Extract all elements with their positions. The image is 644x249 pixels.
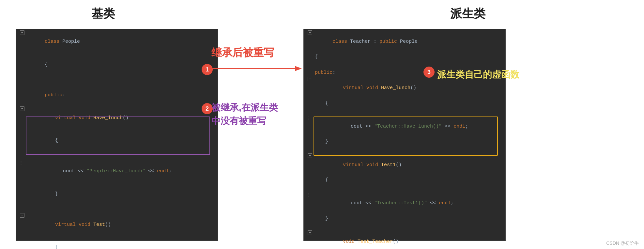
right-code-panel: − class Teacher : public People { public… xyxy=(303,29,506,241)
gutter-minus-5: − xyxy=(19,213,26,218)
code-line-test: virtual void Test() xyxy=(26,213,215,236)
right-gutter-minus-4: − xyxy=(306,77,314,81)
gutter-minus-4: − xyxy=(19,106,26,111)
code-line-class-people: class People xyxy=(26,30,215,53)
arrow-1 xyxy=(206,62,307,75)
right-gutter-minus-1: − xyxy=(306,30,314,35)
csdn-label: CSDN @初阶牛 xyxy=(606,241,639,246)
right-gutter-dash-1: ⋮ xyxy=(306,115,311,122)
right-code-brace1: { xyxy=(314,53,503,61)
code-line-have-lunch: virtual void Have_lunch() xyxy=(26,106,215,129)
badge-1: 1 xyxy=(202,64,213,75)
right-gutter-minus-7: − xyxy=(306,153,314,158)
code-line-brace2: { xyxy=(26,129,215,152)
right-gutter-minus-10: − xyxy=(306,230,314,235)
right-code-cout-have-lunch: cout << "Teacher::Have_lunch()" << endl; xyxy=(311,115,503,138)
code-line-brace1: { xyxy=(26,53,215,76)
code-line-brace3: } xyxy=(26,183,215,206)
left-code-panel: − class People { public: − virtual void … xyxy=(16,29,218,241)
gutter-dash-1: ⋮ xyxy=(19,160,23,166)
right-code-brace3: } xyxy=(314,138,503,145)
code-line-public: public: xyxy=(26,84,215,107)
left-panel-title: 基类 xyxy=(91,6,115,22)
right-code-brace2: { xyxy=(314,100,503,107)
right-code-line-class-teacher: class Teacher : public People xyxy=(314,30,503,53)
right-panel-title: 派生类 xyxy=(450,6,485,22)
right-gutter-dash-2: ⋮ xyxy=(306,192,311,198)
right-code-test-teacher: void Test_Teacher() xyxy=(314,230,503,249)
badge-2: 2 xyxy=(202,103,213,114)
code-line-cout-have-lunch: cout << "People::Have_lunch" << endl; xyxy=(23,160,215,183)
right-code-brace4: { xyxy=(314,176,503,184)
gutter-minus-1: − xyxy=(19,30,26,35)
badge-3: 3 xyxy=(423,67,435,78)
right-code-test1: virtual void Test1() xyxy=(314,153,503,176)
annotation-label-3: 派生类自己的虚函数 xyxy=(437,69,519,81)
annotation-label-1: 继承后被重写 xyxy=(211,46,274,60)
annotation-label-2: 被继承,在派生类 中没有被重写 xyxy=(211,101,278,128)
right-code-brace5: } xyxy=(314,215,503,222)
right-code-cout-test1: cout << "Teacher::Test1()" << endl; xyxy=(311,192,503,215)
code-line-brace4: { xyxy=(26,236,215,249)
